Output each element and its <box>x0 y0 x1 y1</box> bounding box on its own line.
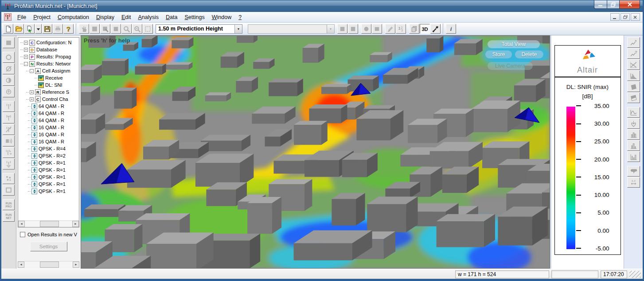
tree-item[interactable]: QPSK - R=1 <box>20 159 79 166</box>
plot-arrow-icon <box>630 39 637 46</box>
three-d-button[interactable]: 3D <box>420 24 430 34</box>
scrollbar-thumb[interactable] <box>40 262 59 268</box>
tree-horizontal-scrollbar[interactable]: ◄ ► <box>18 220 79 227</box>
panel-horizontal-scrollbar[interactable]: ◄ ► <box>18 261 79 268</box>
mdi-minimize-button[interactable] <box>610 13 620 21</box>
modulation-spin-icon <box>31 189 37 194</box>
tree-item[interactable]: -ACell Assignm <box>20 67 79 74</box>
tree-item-label: QPSK - R=1 <box>39 160 66 166</box>
tree-item[interactable]: +CControl Cha <box>20 96 79 103</box>
tree-item-label: QPSK - R=1 <box>39 189 66 194</box>
circle-outline-icon <box>5 54 12 61</box>
menu-computation[interactable]: Computation <box>54 13 93 22</box>
tree-item[interactable]: -NResults: Networ <box>20 60 79 67</box>
live-camera-button[interactable]: Live Camera <box>488 62 533 70</box>
open-results-checkbox[interactable] <box>20 232 25 237</box>
tree-expand-icon[interactable]: + <box>24 55 28 59</box>
prediction-height-combo[interactable]: 1.50 m Prediction Height ▼ <box>156 24 242 34</box>
tree-item[interactable]: QPSK - R=2 <box>20 152 79 159</box>
tree-collapse-icon[interactable]: - <box>24 62 28 66</box>
tree-item[interactable]: QPSK - R=1 <box>20 181 79 188</box>
legend-unit: [dB] <box>555 92 621 101</box>
resize-grip[interactable] <box>629 271 641 278</box>
tree-item[interactable]: 64 QAM - R <box>20 103 79 110</box>
tree-item[interactable]: 16 QAM - R <box>20 131 79 138</box>
status-time-field: 17:07:20 <box>601 270 627 278</box>
menu-edit[interactable]: Edit <box>118 13 135 22</box>
3d-city-scene <box>81 36 550 268</box>
scroll-right-icon[interactable]: ► <box>72 221 79 227</box>
save-button[interactable] <box>42 24 52 34</box>
legend-box: Altair DL: SNIR (max) [dB] 35.0030.0025.… <box>554 45 621 255</box>
save-icon <box>43 25 51 33</box>
tree-item[interactable]: QPSK - R=4 <box>20 145 79 152</box>
info-button[interactable]: i <box>446 24 456 34</box>
pen-tool-button <box>385 24 395 34</box>
tree-item[interactable]: 64 QAM - R <box>20 110 79 117</box>
project-panel: +CConfiguration: N+DDatabase+PResults: P… <box>16 35 81 269</box>
tree-item[interactable]: 16 QAM - R <box>20 124 79 131</box>
open-folder-button[interactable] <box>14 24 24 34</box>
tree-expand-icon[interactable]: + <box>24 41 28 45</box>
mdi-restore-button[interactable] <box>621 13 630 21</box>
store-button[interactable]: Store <box>485 50 512 58</box>
menu-analysis[interactable]: Analysis <box>135 13 163 22</box>
print-button <box>53 24 63 34</box>
tree-item[interactable]: 64 QAM - R <box>20 117 79 124</box>
menu-window[interactable]: Window <box>208 13 235 22</box>
close-button[interactable] <box>620 0 640 9</box>
delete-button[interactable]: Delete <box>515 50 543 58</box>
open-file-arrow-button[interactable] <box>24 24 35 34</box>
tree-item[interactable]: QPSK - R=1 <box>20 188 79 195</box>
modulation-spin-icon <box>31 153 37 159</box>
tree-item[interactable]: +CConfiguration: N <box>20 39 79 46</box>
callout-bubble-icon <box>630 168 637 175</box>
tree-expand-icon[interactable]: + <box>24 48 28 52</box>
tree-item[interactable]: ▼Receive <box>20 74 79 81</box>
menu-project[interactable]: Project <box>30 13 54 22</box>
secondary-combo: ▼ <box>248 24 335 34</box>
menu-help[interactable]: ? <box>235 13 245 22</box>
ellipse-tool-button <box>361 24 371 34</box>
plot-question-button: ? <box>627 48 640 59</box>
svg-text:i: i <box>450 26 452 32</box>
tree-item-label: Reference S <box>42 89 69 95</box>
tree-letter-icon: A <box>35 68 41 74</box>
tree-collapse-icon[interactable]: - <box>30 69 34 73</box>
help-button[interactable]: ? <box>63 24 74 34</box>
modulation-spin-icon <box>31 125 37 131</box>
total-view-button[interactable]: Total View <box>488 40 540 48</box>
tree-expand-icon[interactable]: + <box>30 90 34 94</box>
titlebar[interactable]: ProMan Munich.net - [Munich.net] <box>1 0 643 12</box>
new-document-button[interactable] <box>3 24 13 34</box>
open-results-row[interactable]: Open Results in new V <box>20 232 78 237</box>
antenna-off-icon <box>5 126 12 133</box>
tree-item[interactable]: ▼DL: SNI <box>20 81 79 89</box>
restore-button[interactable] <box>607 0 620 9</box>
zoom-in-icon <box>123 25 130 33</box>
dropdown-arrow-button[interactable] <box>35 24 42 34</box>
scroll-left-icon[interactable]: ◄ <box>18 262 24 268</box>
wrench-button[interactable] <box>430 24 441 34</box>
scroll-left-icon[interactable]: ◄ <box>18 221 25 227</box>
tree-item[interactable]: +DDatabase <box>20 46 79 53</box>
scroll-right-icon[interactable]: ► <box>73 262 79 268</box>
3d-viewport[interactable]: Press 'h' for help Total View Store Dele… <box>81 35 550 269</box>
minimize-button[interactable] <box>594 0 607 9</box>
menu-display[interactable]: Display <box>93 13 118 22</box>
tree-item-label: Database <box>36 47 57 52</box>
tree-item[interactable]: QPSK - R=1 <box>20 173 79 181</box>
tree-item[interactable]: 16 QAM - R <box>20 138 79 145</box>
menu-settings[interactable]: Settings <box>181 13 208 22</box>
tree-item[interactable]: QPSK - R=1 <box>20 166 79 173</box>
menu-data[interactable]: Data <box>162 13 181 22</box>
combo-dropdown-arrow-icon[interactable]: ▼ <box>234 25 242 33</box>
mdi-close-button[interactable] <box>631 13 640 21</box>
tree-expand-icon[interactable]: + <box>30 97 34 101</box>
menu-file[interactable]: File <box>14 13 30 22</box>
scrollbar-thumb[interactable] <box>40 221 59 227</box>
settings-button[interactable]: Settings <box>30 242 67 251</box>
curve-plot-icon <box>630 109 637 116</box>
tree-item[interactable]: +RReference S <box>20 89 79 96</box>
tree-item[interactable]: +PResults: Propag <box>20 53 79 60</box>
